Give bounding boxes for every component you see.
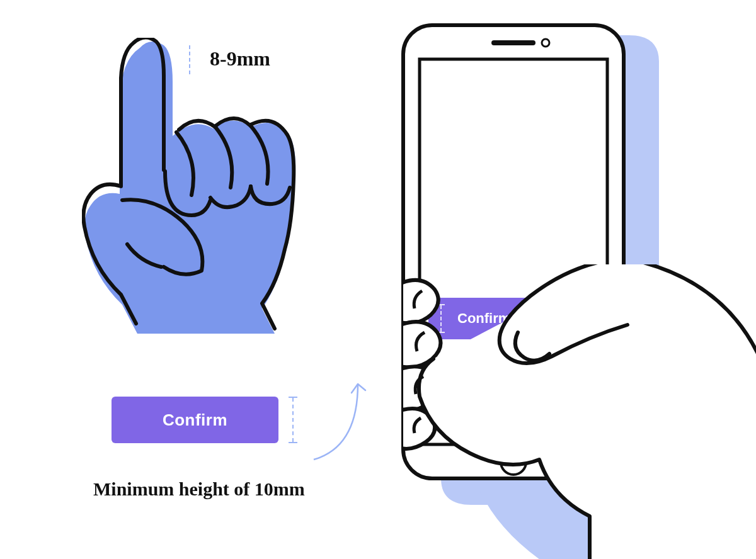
minimum-height-caption: Minimum height of 10mm bbox=[93, 478, 305, 500]
fingertip-width-label: 8-9mm bbox=[210, 47, 270, 71]
button-height-indicator bbox=[289, 397, 301, 443]
confirm-button-example[interactable]: Confirm bbox=[112, 397, 278, 443]
pointing-hand-illustration bbox=[82, 38, 321, 334]
arrow-icon bbox=[302, 365, 378, 466]
svg-rect-2 bbox=[491, 40, 536, 45]
confirm-button-label: Confirm bbox=[163, 410, 227, 430]
fingertip-width-indicator bbox=[189, 45, 190, 74]
holding-hand-illustration bbox=[403, 264, 756, 559]
